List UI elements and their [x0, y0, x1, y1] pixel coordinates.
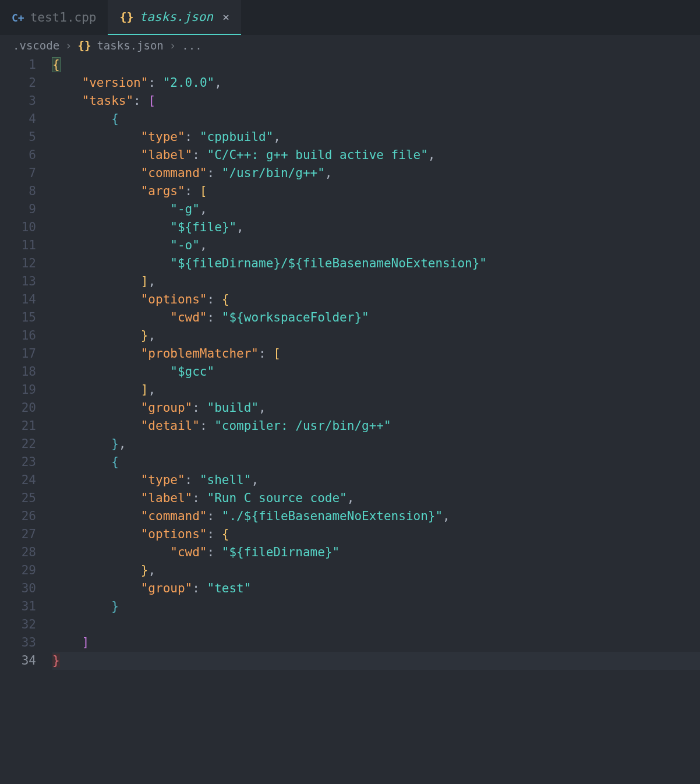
line-number: 5: [0, 128, 36, 146]
code-line: "cwd": "${workspaceFolder}": [52, 309, 700, 327]
line-number: 24: [0, 471, 36, 489]
code-line: "${fileDirname}/${fileBasenameNoExtensio…: [52, 255, 700, 273]
line-number: 8: [0, 182, 36, 200]
code-line: "problemMatcher": [: [52, 345, 700, 363]
code-line: },: [52, 561, 700, 580]
code-line: "${file}",: [52, 218, 700, 236]
code-line: "-o",: [52, 236, 700, 255]
chevron-right-icon: ›: [169, 39, 176, 52]
line-number: 34: [0, 652, 36, 670]
code-line: "options": {: [52, 525, 700, 543]
line-number: 10: [0, 218, 36, 236]
code-line: "command": "./${fileBasenameNoExtension}…: [52, 507, 700, 525]
code-content[interactable]: { "version": "2.0.0", "tasks": [ { "type…: [52, 56, 700, 784]
line-number: 31: [0, 598, 36, 616]
code-line: "cwd": "${fileDirname}": [52, 543, 700, 561]
line-number: 7: [0, 164, 36, 182]
code-line: "type": "shell",: [52, 471, 700, 489]
code-line: "version": "2.0.0",: [52, 74, 700, 92]
line-number: 13: [0, 273, 36, 291]
line-number: 18: [0, 363, 36, 381]
code-line: "args": [: [52, 182, 700, 200]
close-icon[interactable]: ×: [222, 10, 229, 24]
code-line: "group": "build",: [52, 399, 700, 417]
line-number: 17: [0, 345, 36, 363]
line-number: 27: [0, 525, 36, 543]
code-line: {: [52, 110, 700, 128]
code-line: "command": "/usr/bin/g++",: [52, 164, 700, 182]
line-number: 29: [0, 561, 36, 580]
line-number: 14: [0, 291, 36, 309]
code-line: "tasks": [: [52, 92, 700, 110]
code-line: },: [52, 327, 700, 345]
line-number-gutter: 1 2 3 4 5 6 7 8 9 10 11 12 13 14 15 16 1…: [0, 56, 52, 784]
line-number: 23: [0, 453, 36, 471]
code-line: {: [52, 56, 700, 74]
code-line: "options": {: [52, 291, 700, 309]
line-number: 25: [0, 489, 36, 507]
code-line: [52, 616, 700, 634]
code-line: "group": "test": [52, 580, 700, 598]
line-number: 22: [0, 435, 36, 453]
line-number: 6: [0, 146, 36, 164]
code-line: }: [52, 652, 700, 670]
line-number: 32: [0, 616, 36, 634]
line-number: 21: [0, 417, 36, 435]
line-number: 9: [0, 200, 36, 218]
code-editor[interactable]: 1 2 3 4 5 6 7 8 9 10 11 12 13 14 15 16 1…: [0, 56, 700, 784]
line-number: 12: [0, 255, 36, 273]
cpp-file-icon: C+: [12, 12, 24, 24]
code-line: "detail": "compiler: /usr/bin/g++": [52, 417, 700, 435]
breadcrumb-folder[interactable]: .vscode: [13, 39, 59, 52]
tab-label: tasks.json: [140, 10, 213, 24]
code-line: "-g",: [52, 200, 700, 218]
code-line: "label": "Run C source code",: [52, 489, 700, 507]
line-number: 1: [0, 56, 36, 74]
tab-label: test1.cpp: [30, 10, 97, 24]
line-number: 33: [0, 634, 36, 652]
breadcrumb[interactable]: .vscode › {} tasks.json › ...: [0, 35, 700, 56]
line-number: 19: [0, 381, 36, 399]
chevron-right-icon: ›: [65, 39, 72, 52]
line-number: 4: [0, 110, 36, 128]
code-line: "label": "C/C++: g++ build active file",: [52, 146, 700, 164]
tab-tasks-json[interactable]: {} tasks.json ×: [108, 0, 241, 35]
tab-test1-cpp[interactable]: C+ test1.cpp: [0, 0, 108, 35]
line-number: 28: [0, 543, 36, 561]
tab-bar: C+ test1.cpp {} tasks.json ×: [0, 0, 700, 35]
json-file-icon: {}: [78, 39, 91, 52]
breadcrumb-file[interactable]: tasks.json: [97, 39, 163, 52]
line-number: 20: [0, 399, 36, 417]
code-line: ]: [52, 634, 700, 652]
breadcrumb-ellipsis[interactable]: ...: [182, 39, 201, 52]
line-number: 30: [0, 580, 36, 598]
code-line: "type": "cppbuild",: [52, 128, 700, 146]
code-line: "$gcc": [52, 363, 700, 381]
code-line: },: [52, 435, 700, 453]
code-line: ],: [52, 381, 700, 399]
line-number: 15: [0, 309, 36, 327]
code-line: ],: [52, 273, 700, 291]
line-number: 11: [0, 236, 36, 255]
line-number: 16: [0, 327, 36, 345]
line-number: 26: [0, 507, 36, 525]
code-line: {: [52, 453, 700, 471]
json-file-icon: {}: [119, 10, 133, 24]
line-number: 3: [0, 92, 36, 110]
code-line: }: [52, 598, 700, 616]
line-number: 2: [0, 74, 36, 92]
